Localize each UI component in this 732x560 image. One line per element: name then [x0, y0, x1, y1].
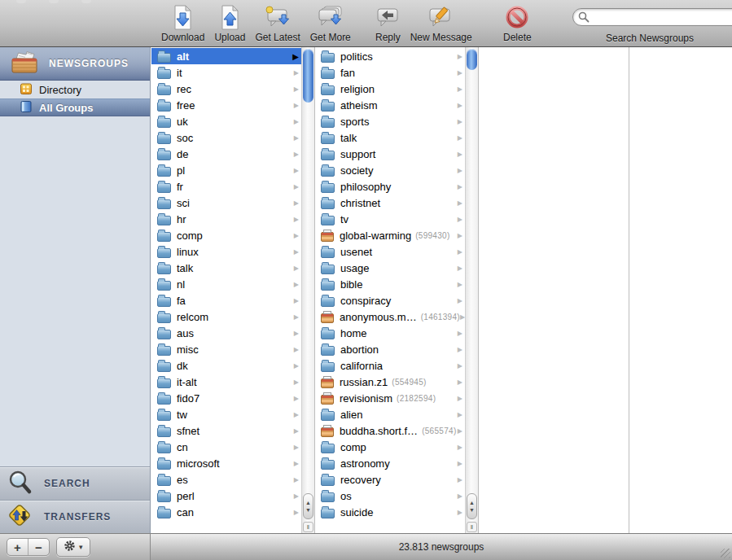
column-resize-handle[interactable]: ‖ — [467, 522, 477, 532]
column-row[interactable]: os▶ — [315, 488, 465, 504]
search-input[interactable] — [572, 8, 732, 26]
get-latest-button[interactable]: Get Latest — [250, 3, 305, 43]
column-row[interactable]: revisionism(2182594)▶ — [315, 390, 465, 406]
vertical-scrollbar[interactable]: ▲▼‖ — [465, 47, 478, 533]
column-row[interactable]: soc▶ — [151, 129, 301, 146]
column-row[interactable]: uk▶ — [151, 113, 301, 129]
column-row[interactable]: support▶ — [315, 146, 465, 162]
column-row[interactable]: relcom▶ — [151, 308, 301, 325]
sidebar-newsgroups-header[interactable]: NEWSGROUPS — [0, 47, 150, 81]
minimize-button[interactable] — [49, 0, 59, 3]
column-row[interactable]: philosophy▶ — [315, 178, 465, 195]
column-row[interactable]: fido7▶ — [151, 390, 301, 406]
row-label: soc — [177, 132, 193, 144]
toolbar-group-message: Reply New Message — [370, 3, 477, 43]
column-row[interactable]: home▶ — [315, 325, 465, 341]
column-row[interactable]: christnet▶ — [315, 195, 465, 211]
column-row[interactable]: talk▶ — [315, 129, 465, 146]
column-row[interactable]: can▶ — [151, 504, 301, 520]
get-more-button[interactable]: Get More — [305, 3, 356, 43]
column-row[interactable]: usage▶ — [315, 260, 465, 276]
scrollbar-thumb[interactable] — [303, 49, 313, 103]
column-row[interactable]: cn▶ — [151, 439, 301, 455]
column-row[interactable]: perl▶ — [151, 488, 301, 504]
scroll-down-arrow[interactable]: ▼ — [305, 507, 311, 513]
column-row[interactable]: sfnet▶ — [151, 422, 301, 439]
column-row[interactable]: russian.z1(554945)▶ — [315, 374, 465, 390]
column-row[interactable]: tv▶ — [315, 211, 465, 227]
newsgroups-crate-icon — [10, 50, 39, 77]
chevron-right-icon: ▶ — [458, 199, 462, 207]
column-row[interactable]: atheism▶ — [315, 97, 465, 113]
column-row[interactable]: bible▶ — [315, 276, 465, 292]
column-row[interactable]: nl▶ — [151, 276, 301, 292]
chevron-right-icon: ▶ — [458, 118, 462, 125]
column-row[interactable]: fa▶ — [151, 292, 301, 308]
folder-icon — [321, 167, 335, 177]
window-controls[interactable] — [16, 0, 91, 3]
vertical-scrollbar[interactable]: ▲▼‖ — [301, 47, 314, 533]
sidebar-item-all-groups[interactable]: All Groups — [0, 98, 150, 116]
zoom-button[interactable] — [81, 0, 91, 3]
folder-icon — [321, 69, 335, 79]
column-row[interactable]: anonymous.m…(1461394)▶ — [315, 308, 465, 325]
column-row[interactable]: usenet▶ — [315, 243, 465, 260]
sidebar-section-transfers[interactable]: TRANSFERS — [0, 500, 150, 533]
scroll-down-arrow[interactable]: ▼ — [469, 507, 475, 513]
column-row[interactable]: suicide▶ — [315, 504, 465, 520]
column-row[interactable]: california▶ — [315, 357, 465, 374]
action-menu-button[interactable]: ▾ — [56, 537, 90, 557]
column-row[interactable]: alt▶ — [151, 48, 301, 64]
column-row[interactable]: microsoft▶ — [151, 455, 301, 471]
column-row[interactable]: linux▶ — [151, 243, 301, 260]
column-row[interactable]: recovery▶ — [315, 471, 465, 488]
column-row[interactable]: pl▶ — [151, 162, 301, 178]
column-row[interactable]: astronomy▶ — [315, 455, 465, 471]
remove-button[interactable]: − — [28, 539, 49, 555]
scrollbar-thumb[interactable] — [467, 49, 477, 70]
column-resize-handle[interactable]: ‖ — [303, 522, 313, 532]
column-row[interactable]: es▶ — [151, 471, 301, 488]
folder-icon — [321, 248, 335, 258]
delete-button[interactable]: Delete — [498, 3, 537, 43]
column-row[interactable]: de▶ — [151, 146, 301, 162]
column-row[interactable]: it▶ — [151, 64, 301, 81]
column-row[interactable]: alien▶ — [315, 406, 465, 422]
window-resize-grip[interactable] — [721, 549, 730, 558]
new-message-button[interactable]: New Message — [405, 3, 477, 43]
scroll-up-arrow[interactable]: ▲ — [305, 500, 311, 505]
download-button[interactable]: Download — [156, 3, 209, 43]
column-row[interactable]: rec▶ — [151, 81, 301, 97]
column-row[interactable]: religion▶ — [315, 81, 465, 97]
column-row[interactable]: talk▶ — [151, 260, 301, 276]
column-row[interactable]: global-warming(599430)▶ — [315, 227, 465, 243]
scroll-up-arrow[interactable]: ▲ — [469, 500, 475, 505]
column-row[interactable]: fr▶ — [151, 178, 301, 195]
column-row[interactable]: comp▶ — [315, 439, 465, 455]
reply-button[interactable]: Reply — [370, 3, 405, 43]
sidebar-section-search[interactable]: SEARCH — [0, 466, 150, 500]
column-row[interactable]: tw▶ — [151, 406, 301, 422]
column-row[interactable]: dk▶ — [151, 357, 301, 374]
column-row[interactable]: aus▶ — [151, 325, 301, 341]
column-row[interactable]: hr▶ — [151, 211, 301, 227]
column-row[interactable]: free▶ — [151, 97, 301, 113]
add-button[interactable]: + — [7, 539, 28, 555]
column-row[interactable]: fan▶ — [315, 64, 465, 81]
search-section-icon — [7, 470, 34, 498]
column-row[interactable]: buddha.short.f…(565574)▶ — [315, 422, 465, 439]
column-row[interactable]: misc▶ — [151, 341, 301, 357]
column-row[interactable]: sports▶ — [315, 113, 465, 129]
column-row[interactable]: conspiracy▶ — [315, 292, 465, 308]
column-row[interactable]: abortion▶ — [315, 341, 465, 357]
column-row[interactable]: it-alt▶ — [151, 374, 301, 390]
sidebar-item-directory[interactable]: Directory — [0, 81, 150, 98]
row-label: russian.z1 — [340, 376, 388, 388]
column-row[interactable]: society▶ — [315, 162, 465, 178]
close-button[interactable] — [16, 0, 26, 3]
column-row[interactable]: comp▶ — [151, 227, 301, 243]
column-row[interactable]: politics▶ — [315, 48, 465, 64]
chevron-right-icon: ▶ — [458, 476, 462, 483]
upload-button[interactable]: Upload — [209, 3, 250, 43]
column-row[interactable]: sci▶ — [151, 195, 301, 211]
